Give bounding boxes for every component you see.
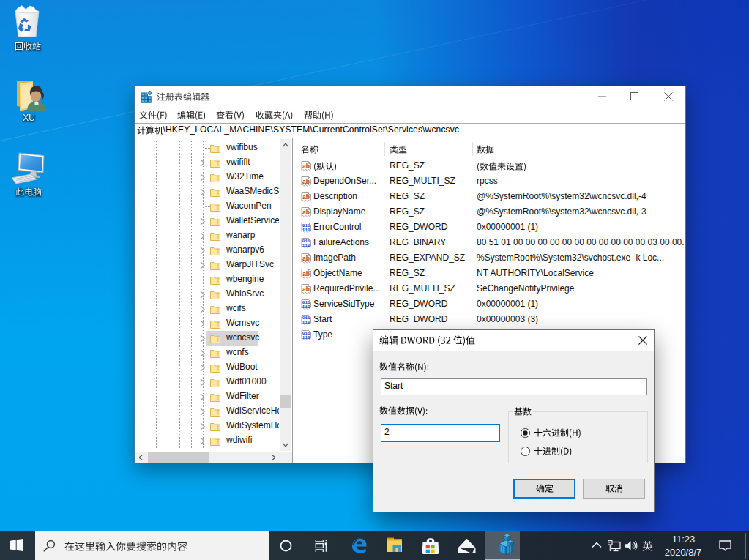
svg-text:ab: ab: [302, 255, 310, 262]
svg-text:ab: ab: [302, 163, 310, 170]
svg-text:110: 110: [302, 228, 310, 233]
svg-text:110: 110: [302, 320, 310, 325]
svg-text:110: 110: [302, 243, 310, 248]
svg-text:ab: ab: [302, 270, 310, 277]
svg-text:110: 110: [302, 305, 310, 310]
svg-text:ab: ab: [302, 178, 310, 185]
svg-text:110: 110: [302, 335, 310, 340]
svg-text:ab: ab: [302, 285, 310, 293]
svg-text:ab: ab: [302, 193, 310, 201]
svg-text:ab: ab: [302, 209, 310, 216]
